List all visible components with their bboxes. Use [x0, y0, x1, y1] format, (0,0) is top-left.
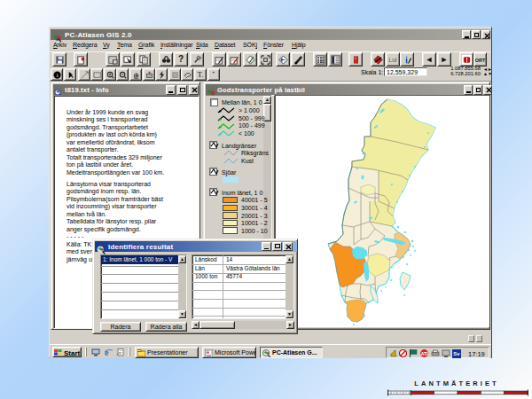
svg-text:ATI: ATI [421, 351, 428, 356]
svg-text:e: e [105, 348, 109, 356]
svg-text:i: i [56, 72, 58, 78]
